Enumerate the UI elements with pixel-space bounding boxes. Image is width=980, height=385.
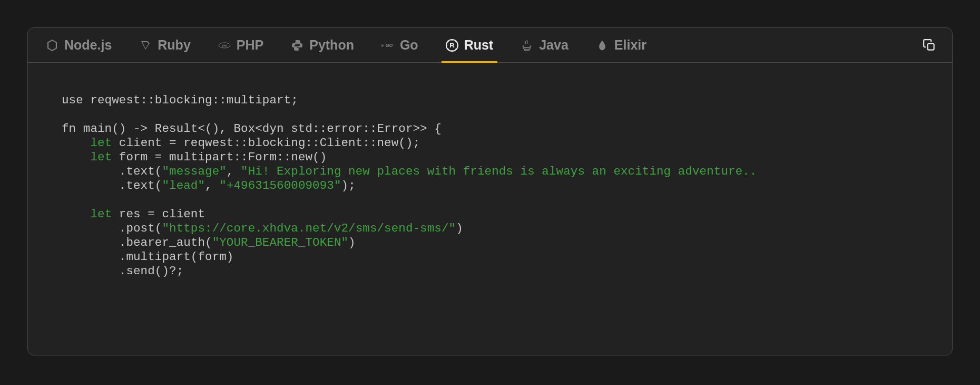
- tab-php[interactable]: phpPHP: [204, 28, 277, 62]
- tab-label: Go: [400, 37, 418, 53]
- svg-rect-2: [381, 44, 383, 44]
- tab-rust[interactable]: Rust: [432, 28, 507, 62]
- tab-label: Python: [309, 37, 354, 53]
- tab-list: Node.jsRubyphpPHPPythonGOGoRustJavaElixi…: [32, 28, 660, 62]
- rust-icon: [446, 39, 458, 52]
- tab-ruby[interactable]: Ruby: [125, 28, 204, 62]
- svg-line-12: [455, 49, 456, 50]
- go-icon: GO: [381, 39, 394, 52]
- svg-line-13: [447, 49, 448, 50]
- code-content: use reqwest::blocking::multipart; fn mai…: [62, 93, 935, 278]
- svg-text:php: php: [222, 44, 227, 47]
- svg-rect-4: [381, 46, 383, 46]
- tab-label: PHP: [237, 37, 263, 53]
- copy-button[interactable]: [920, 36, 938, 54]
- tab-label: Ruby: [158, 37, 191, 53]
- copy-icon: [923, 38, 936, 52]
- tab-nodejs[interactable]: Node.js: [32, 28, 125, 62]
- elixir-icon: [596, 39, 609, 52]
- java-icon: [521, 39, 533, 52]
- tab-elixir[interactable]: Elixir: [582, 28, 660, 62]
- tab-java[interactable]: Java: [507, 28, 582, 62]
- svg-rect-3: [381, 45, 384, 45]
- tab-python[interactable]: Python: [277, 28, 368, 62]
- tab-label: Elixir: [614, 37, 646, 53]
- svg-rect-15: [928, 43, 934, 50]
- tab-go[interactable]: GOGo: [368, 28, 432, 62]
- tab-label: Rust: [464, 37, 494, 53]
- tab-label: Node.js: [64, 37, 112, 53]
- code-area: use reqwest::blocking::multipart; fn mai…: [28, 63, 952, 355]
- code-panel: Node.jsRubyphpPHPPythonGOGoRustJavaElixi…: [27, 27, 953, 355]
- tab-bar: Node.jsRubyphpPHPPythonGOGoRustJavaElixi…: [28, 28, 952, 63]
- php-icon: php: [218, 39, 231, 52]
- svg-text:GO: GO: [386, 43, 393, 48]
- svg-line-11: [447, 41, 448, 42]
- nodejs-icon: [46, 39, 58, 52]
- python-icon: [291, 39, 303, 52]
- svg-line-14: [455, 41, 456, 42]
- ruby-icon: [139, 39, 152, 52]
- tab-label: Java: [539, 37, 569, 53]
